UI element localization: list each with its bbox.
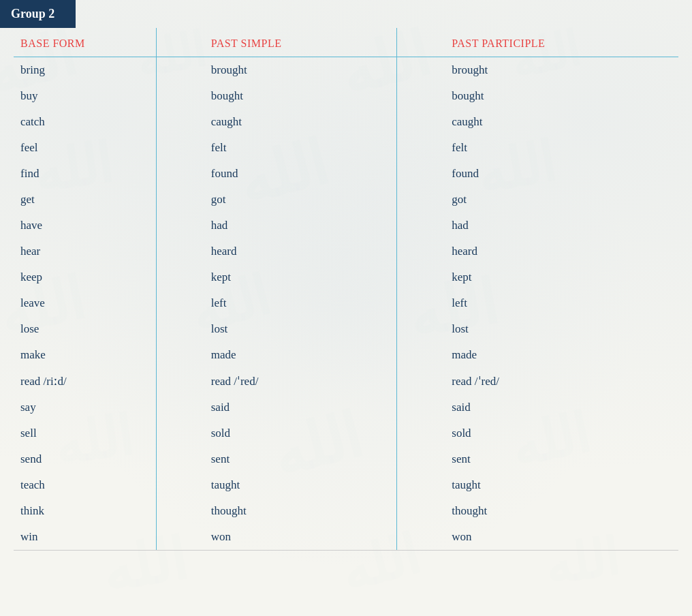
past-participle-cell: said <box>397 395 678 420</box>
past-participle-cell: caught <box>397 109 678 135</box>
past-simple-cell: bought <box>156 83 397 109</box>
header-bar: Group 2 <box>0 0 76 28</box>
col-past-simple: PAST SIMPLE <box>156 28 397 57</box>
past-participle-cell: won <box>397 524 678 551</box>
past-simple-cell: heard <box>156 238 397 264</box>
past-participle-cell: made <box>397 342 678 368</box>
base-form-cell: send <box>14 446 156 472</box>
table-row: getgotgot <box>14 187 678 213</box>
past-participle-cell: left <box>397 290 678 316</box>
base-form-cell: buy <box>14 83 156 109</box>
verb-table: BASE FORM PAST SIMPLE PAST PARTICIPLE br… <box>14 28 678 551</box>
col-base-form: BASE FORM <box>14 28 156 57</box>
past-simple-cell: had <box>156 213 397 238</box>
table-container: BASE FORM PAST SIMPLE PAST PARTICIPLE br… <box>0 28 692 564</box>
past-participle-cell: sold <box>397 420 678 446</box>
base-form-cell: have <box>14 213 156 238</box>
past-simple-cell: left <box>156 290 397 316</box>
past-simple-cell: caught <box>156 109 397 135</box>
base-form-cell: find <box>14 161 156 187</box>
table-row: read /riːd/read /ˈred/read /ˈred/ <box>14 368 678 395</box>
past-simple-cell: thought <box>156 498 397 524</box>
past-participle-cell: bought <box>397 83 678 109</box>
base-form-cell: think <box>14 498 156 524</box>
table-row: buyboughtbought <box>14 83 678 109</box>
base-form-cell: teach <box>14 472 156 498</box>
past-simple-cell: made <box>156 342 397 368</box>
past-participle-cell: had <box>397 213 678 238</box>
table-row: keepkeptkept <box>14 264 678 290</box>
table-row: hearheardheard <box>14 238 678 264</box>
past-participle-cell: read /ˈred/ <box>397 368 678 395</box>
base-form-cell: say <box>14 395 156 420</box>
past-participle-cell: brought <box>397 57 678 84</box>
table-row: thinkthoughtthought <box>14 498 678 524</box>
past-simple-cell: brought <box>156 57 397 84</box>
base-form-cell: feel <box>14 135 156 161</box>
base-form-cell: sell <box>14 420 156 446</box>
table-header-row: BASE FORM PAST SIMPLE PAST PARTICIPLE <box>14 28 678 57</box>
table-row: findfoundfound <box>14 161 678 187</box>
base-form-cell: hear <box>14 238 156 264</box>
table-row: loselostlost <box>14 316 678 342</box>
base-form-cell: win <box>14 524 156 551</box>
past-simple-cell: kept <box>156 264 397 290</box>
base-form-cell: leave <box>14 290 156 316</box>
base-form-cell: bring <box>14 57 156 84</box>
past-participle-cell: taught <box>397 472 678 498</box>
past-participle-cell: found <box>397 161 678 187</box>
table-row: makemademade <box>14 342 678 368</box>
past-simple-cell: taught <box>156 472 397 498</box>
table-row: winwonwon <box>14 524 678 551</box>
past-participle-cell: sent <box>397 446 678 472</box>
table-row: saysaidsaid <box>14 395 678 420</box>
table-row: sendsentsent <box>14 446 678 472</box>
table-row: havehadhad <box>14 213 678 238</box>
past-participle-cell: lost <box>397 316 678 342</box>
base-form-cell: lose <box>14 316 156 342</box>
past-simple-cell: found <box>156 161 397 187</box>
past-participle-cell: felt <box>397 135 678 161</box>
past-simple-cell: got <box>156 187 397 213</box>
past-simple-cell: felt <box>156 135 397 161</box>
past-simple-cell: read /ˈred/ <box>156 368 397 395</box>
table-row: teachtaughttaught <box>14 472 678 498</box>
past-simple-cell: sent <box>156 446 397 472</box>
table-row: bringbroughtbrought <box>14 57 678 84</box>
past-participle-cell: thought <box>397 498 678 524</box>
base-form-cell: make <box>14 342 156 368</box>
past-simple-cell: sold <box>156 420 397 446</box>
past-participle-cell: got <box>397 187 678 213</box>
col-past-participle: PAST PARTICIPLE <box>397 28 678 57</box>
table-row: sellsoldsold <box>14 420 678 446</box>
base-form-cell: catch <box>14 109 156 135</box>
base-form-cell: get <box>14 187 156 213</box>
base-form-cell: keep <box>14 264 156 290</box>
table-row: catchcaughtcaught <box>14 109 678 135</box>
table-row: feelfeltfelt <box>14 135 678 161</box>
past-simple-cell: won <box>156 524 397 551</box>
table-row: leaveleftleft <box>14 290 678 316</box>
past-simple-cell: said <box>156 395 397 420</box>
base-form-cell: read /riːd/ <box>14 368 156 395</box>
past-participle-cell: heard <box>397 238 678 264</box>
past-simple-cell: lost <box>156 316 397 342</box>
past-participle-cell: kept <box>397 264 678 290</box>
group-title: Group 2 <box>11 7 54 20</box>
